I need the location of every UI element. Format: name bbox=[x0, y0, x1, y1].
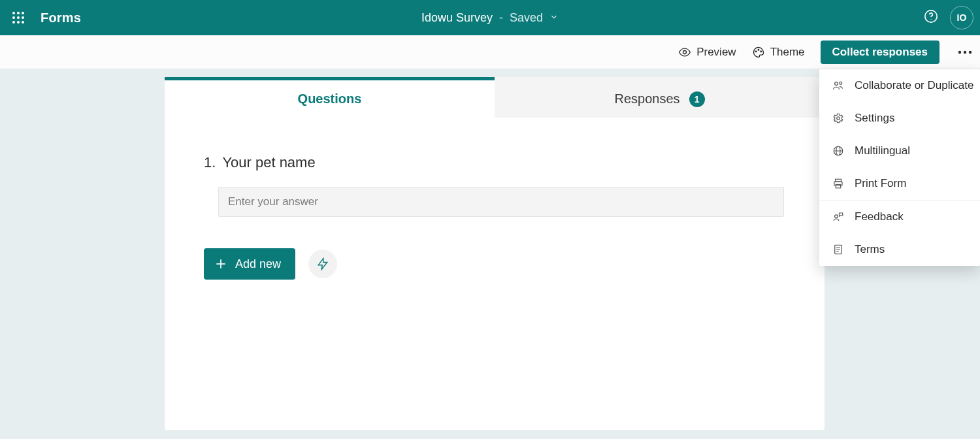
tab-responses-label: Responses bbox=[614, 91, 679, 106]
suggestions-button[interactable] bbox=[308, 250, 337, 278]
svg-point-17 bbox=[969, 50, 972, 53]
help-icon bbox=[924, 9, 938, 24]
chevron-down-icon bbox=[549, 12, 559, 22]
menu-label: Multilingual bbox=[855, 144, 910, 157]
tab-questions-label: Questions bbox=[298, 91, 362, 106]
globe-icon bbox=[832, 145, 844, 157]
title-separator: - bbox=[499, 11, 503, 25]
svg-marker-20 bbox=[318, 259, 327, 270]
answer-input[interactable] bbox=[218, 187, 784, 217]
add-new-button[interactable]: Add new bbox=[204, 248, 295, 280]
help-button[interactable] bbox=[924, 9, 938, 26]
form-title-group[interactable]: Idowu Survey - Saved bbox=[421, 11, 559, 25]
avatar-initials: IO bbox=[957, 12, 967, 23]
svg-point-3 bbox=[12, 16, 15, 19]
palette-icon bbox=[752, 46, 765, 59]
svg-point-16 bbox=[964, 50, 966, 53]
tab-responses[interactable]: Responses 1 bbox=[495, 77, 825, 118]
print-icon bbox=[832, 178, 844, 189]
question-text: Your pet name bbox=[222, 154, 315, 171]
preview-button[interactable]: Preview bbox=[678, 46, 736, 59]
people-icon bbox=[832, 80, 844, 91]
menu-print-form[interactable]: Print Form bbox=[819, 167, 980, 200]
workspace: Questions Responses 1 1 Your pet name Ad… bbox=[0, 69, 980, 430]
svg-point-6 bbox=[12, 21, 15, 24]
app-name[interactable]: Forms bbox=[41, 10, 81, 25]
user-avatar[interactable]: IO bbox=[950, 6, 973, 29]
lightning-icon bbox=[316, 257, 329, 270]
menu-multilingual[interactable]: Multilingual bbox=[819, 135, 980, 167]
svg-point-2 bbox=[22, 12, 24, 14]
collect-responses-button[interactable]: Collect responses bbox=[821, 41, 939, 64]
add-new-label: Add new bbox=[235, 257, 281, 271]
question-row[interactable]: 1 Your pet name bbox=[204, 154, 785, 171]
svg-point-30 bbox=[835, 215, 838, 218]
svg-point-10 bbox=[930, 19, 931, 20]
feedback-icon bbox=[832, 211, 844, 223]
menu-settings[interactable]: Settings bbox=[819, 102, 980, 135]
svg-point-0 bbox=[12, 12, 15, 14]
more-horizontal-icon bbox=[958, 50, 972, 54]
menu-label: Terms bbox=[855, 243, 885, 256]
questions-panel: 1 Your pet name Add new bbox=[165, 118, 825, 299]
form-card: Questions Responses 1 1 Your pet name Ad… bbox=[165, 77, 825, 430]
svg-point-8 bbox=[22, 21, 24, 24]
title-chevron[interactable] bbox=[549, 11, 559, 25]
app-launcher-button[interactable] bbox=[5, 5, 31, 31]
question-actions: Add new bbox=[204, 248, 785, 280]
svg-point-4 bbox=[17, 16, 20, 19]
theme-label: Theme bbox=[770, 46, 805, 59]
app-header: Forms Idowu Survey - Saved IO bbox=[0, 0, 980, 35]
menu-label: Settings bbox=[855, 112, 894, 125]
theme-button[interactable]: Theme bbox=[752, 46, 805, 59]
svg-point-12 bbox=[755, 50, 757, 52]
waffle-icon bbox=[12, 12, 24, 24]
plus-icon bbox=[214, 257, 227, 270]
svg-point-22 bbox=[840, 82, 842, 84]
gear-icon bbox=[832, 112, 844, 124]
menu-label: Collaborate or Duplicate bbox=[855, 79, 973, 92]
tab-questions[interactable]: Questions bbox=[165, 77, 495, 118]
menu-label: Print Form bbox=[855, 177, 906, 190]
document-icon bbox=[832, 244, 844, 255]
menu-terms[interactable]: Terms bbox=[819, 233, 980, 266]
svg-point-7 bbox=[17, 21, 20, 24]
responses-count-badge: 1 bbox=[689, 91, 705, 107]
svg-point-11 bbox=[683, 50, 687, 54]
svg-point-23 bbox=[837, 117, 840, 120]
more-options-button[interactable] bbox=[955, 50, 975, 54]
svg-point-5 bbox=[22, 16, 24, 19]
svg-point-1 bbox=[17, 12, 20, 14]
question-number: 1 bbox=[204, 154, 216, 171]
menu-collaborate-duplicate[interactable]: Collaborate or Duplicate bbox=[819, 69, 980, 102]
eye-icon bbox=[678, 46, 691, 59]
svg-point-15 bbox=[958, 50, 961, 53]
svg-rect-29 bbox=[836, 185, 841, 188]
menu-feedback[interactable]: Feedback bbox=[819, 201, 980, 233]
menu-label: Feedback bbox=[855, 210, 904, 223]
save-status: Saved bbox=[510, 11, 543, 25]
form-title: Idowu Survey bbox=[421, 11, 493, 25]
svg-point-21 bbox=[835, 82, 838, 86]
svg-point-13 bbox=[758, 49, 759, 50]
preview-label: Preview bbox=[696, 46, 736, 59]
svg-point-14 bbox=[760, 50, 762, 52]
more-options-menu: Collaborate or Duplicate Settings Multil… bbox=[819, 69, 980, 266]
command-bar: Preview Theme Collect responses bbox=[0, 35, 980, 69]
tab-strip: Questions Responses 1 bbox=[165, 77, 825, 118]
